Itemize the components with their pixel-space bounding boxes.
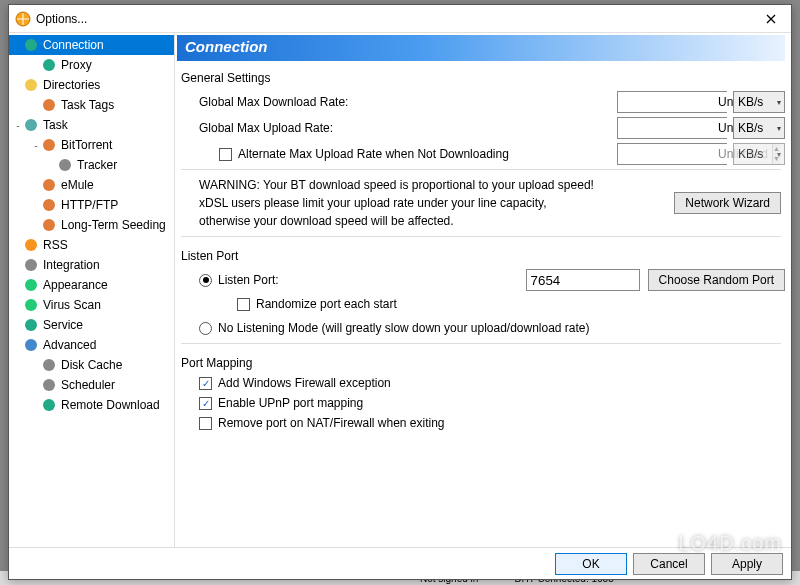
upnp-label: Enable UPnP port mapping	[218, 396, 363, 410]
svg-point-11	[25, 239, 37, 251]
advanced-icon	[23, 337, 39, 353]
svg-point-10	[43, 219, 55, 231]
window-title: Options...	[36, 12, 757, 26]
svg-point-18	[43, 379, 55, 391]
firewall-label: Add Windows Firewall exception	[218, 376, 391, 390]
alt-ul-row: Alternate Max Upload Rate when Not Downl…	[219, 143, 785, 165]
sidebar-item-tracker[interactable]: Tracker	[9, 155, 174, 175]
sidebar-item-appearance[interactable]: Appearance	[9, 275, 174, 295]
sidebar-item-task[interactable]: -Task	[9, 115, 174, 135]
listen-port-title: Listen Port	[181, 249, 781, 263]
listen-port-row: Listen Port: Choose Random Port	[199, 269, 785, 291]
randomize-checkbox[interactable]	[237, 298, 250, 311]
random-port-button[interactable]: Choose Random Port	[648, 269, 785, 291]
ulrate-input[interactable]: ▲▼	[617, 117, 727, 139]
svg-point-17	[43, 359, 55, 371]
sidebar-item-label: Proxy	[61, 58, 92, 72]
dlrate-unit-select[interactable]: KB/s▾	[733, 91, 785, 113]
ulrate-unit-select[interactable]: KB/s▾	[733, 117, 785, 139]
no-listen-row: No Listening Mode (will greatly slow dow…	[199, 321, 785, 335]
sidebar-item-proxy[interactable]: Proxy	[9, 55, 174, 75]
sidebar-item-connection[interactable]: Connection	[9, 35, 174, 55]
app-icon	[15, 11, 31, 27]
sidebar-item-label: Service	[43, 318, 83, 332]
svg-point-5	[25, 119, 37, 131]
sidebar-item-label: Disk Cache	[61, 358, 122, 372]
sidebar-item-label: Virus Scan	[43, 298, 101, 312]
sidebar-item-label: Remote Download	[61, 398, 160, 412]
network-wizard-button[interactable]: Network Wizard	[674, 192, 781, 214]
options-tree[interactable]: Connection ProxyDirectories Task Tags-Ta…	[9, 33, 175, 547]
sidebar-item-service[interactable]: Service	[9, 315, 174, 335]
dlrate-input[interactable]: ▲▼	[617, 91, 727, 113]
bt-icon	[41, 137, 57, 153]
svg-point-16	[25, 339, 37, 351]
svg-point-4	[43, 99, 55, 111]
listen-port-input[interactable]	[526, 269, 640, 291]
listen-port-label: Listen Port:	[218, 273, 279, 287]
sidebar-item-rss[interactable]: RSS	[9, 235, 174, 255]
randomize-row: Randomize port each start	[237, 297, 785, 311]
ulrate-row: Global Max Upload Rate: ▲▼ KB/s▾	[199, 117, 785, 139]
sidebar-item-remote-download[interactable]: Remote Download	[9, 395, 174, 415]
close-icon	[766, 14, 776, 24]
sidebar-item-label: Task	[43, 118, 68, 132]
listen-port-radio[interactable]	[199, 274, 212, 287]
alt-ul-unit: KB/s	[738, 147, 763, 161]
upnp-checkbox[interactable]	[199, 397, 212, 410]
seed-icon	[41, 217, 57, 233]
sidebar-item-emule[interactable]: eMule	[9, 175, 174, 195]
sidebar-item-advanced[interactable]: Advanced	[9, 335, 174, 355]
cancel-button[interactable]: Cancel	[633, 553, 705, 575]
sidebar-item-virus-scan[interactable]: Virus Scan	[9, 295, 174, 315]
svg-point-8	[43, 179, 55, 191]
no-listen-radio[interactable]	[199, 322, 212, 335]
sidebar-item-bittorrent[interactable]: -BitTorrent	[9, 135, 174, 155]
no-listen-label: No Listening Mode (will greatly slow dow…	[218, 321, 590, 335]
dlrate-unit: KB/s	[738, 95, 763, 109]
sidebar-item-disk-cache[interactable]: Disk Cache	[9, 355, 174, 375]
remote-icon	[41, 397, 57, 413]
sidebar-item-http-ftp[interactable]: HTTP/FTP	[9, 195, 174, 215]
firewall-checkbox[interactable]	[199, 377, 212, 390]
folder-icon	[23, 77, 39, 93]
close-button[interactable]	[757, 8, 785, 30]
upnp-row: Enable UPnP port mapping	[199, 396, 785, 410]
sidebar-item-label: Directories	[43, 78, 100, 92]
svg-point-12	[25, 259, 37, 271]
general-settings-section: General Settings Global Max Download Rat…	[177, 69, 785, 234]
sidebar-item-scheduler[interactable]: Scheduler	[9, 375, 174, 395]
svg-point-3	[25, 79, 37, 91]
sidebar-item-task-tags[interactable]: Task Tags	[9, 95, 174, 115]
sched-icon	[41, 377, 57, 393]
dlrate-label: Global Max Download Rate:	[199, 95, 389, 109]
sidebar-item-directories[interactable]: Directories	[9, 75, 174, 95]
alt-ul-checkbox[interactable]	[219, 148, 232, 161]
svg-point-7	[59, 159, 71, 171]
svg-point-19	[43, 399, 55, 411]
tag-icon	[41, 97, 57, 113]
http-icon	[41, 197, 57, 213]
disk-icon	[41, 357, 57, 373]
chevron-down-icon: ▾	[777, 150, 781, 159]
apply-button[interactable]: Apply	[711, 553, 783, 575]
content-panel: Connection General Settings Global Max D…	[175, 33, 791, 547]
ok-button[interactable]: OK	[555, 553, 627, 575]
sidebar-item-label: Task Tags	[61, 98, 114, 112]
svg-point-14	[25, 299, 37, 311]
remove-checkbox[interactable]	[199, 417, 212, 430]
ulrate-unit: KB/s	[738, 121, 763, 135]
globe-small-icon	[41, 57, 57, 73]
remove-label: Remove port on NAT/Firewall when exiting	[218, 416, 445, 430]
sidebar-item-integration[interactable]: Integration	[9, 255, 174, 275]
svg-point-13	[25, 279, 37, 291]
sidebar-item-long-term-seeding[interactable]: Long-Term Seeding	[9, 215, 174, 235]
port-mapping-title: Port Mapping	[181, 356, 781, 370]
sidebar-item-label: Scheduler	[61, 378, 115, 392]
port-mapping-section: Port Mapping Add Windows Firewall except…	[177, 354, 785, 436]
sidebar-item-label: Connection	[43, 38, 104, 52]
general-settings-title: General Settings	[181, 71, 781, 85]
sidebar-item-label: Advanced	[43, 338, 96, 352]
remove-row: Remove port on NAT/Firewall when exiting	[199, 416, 785, 430]
appearance-icon	[23, 277, 39, 293]
